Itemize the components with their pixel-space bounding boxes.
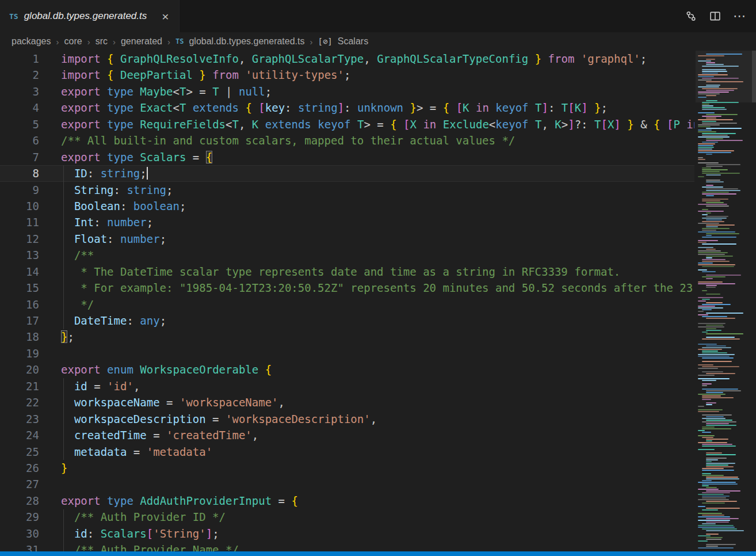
code-line-16[interactable]: 16 */ bbox=[0, 296, 694, 313]
code-text: export type Maybe<T> = T | null; bbox=[61, 83, 694, 100]
code-line-28[interactable]: 28export type AddAuthProviderInput = { bbox=[0, 493, 694, 509]
line-number[interactable]: 28 bbox=[0, 493, 39, 509]
line-number[interactable]: 12 bbox=[0, 231, 39, 247]
minimap[interactable] bbox=[696, 51, 752, 551]
code-text: } bbox=[61, 460, 694, 476]
line-number[interactable]: 30 bbox=[0, 525, 39, 542]
code-line-14[interactable]: 14 * The DateTime scalar type represents… bbox=[0, 264, 694, 280]
editor[interactable]: 1import { GraphQLResolveInfo, GraphQLSca… bbox=[0, 51, 756, 551]
line-number[interactable]: 26 bbox=[0, 460, 39, 476]
code-line-4[interactable]: 4export type Exact<T extends { [key: str… bbox=[0, 100, 694, 116]
line-number[interactable]: 5 bbox=[0, 116, 39, 132]
code-line-5[interactable]: 5export type RequireFields<T, K extends … bbox=[0, 116, 694, 132]
line-number[interactable]: 18 bbox=[0, 329, 39, 345]
line-number[interactable]: 25 bbox=[0, 444, 39, 460]
minimap-line bbox=[706, 59, 715, 60]
minimap-line bbox=[698, 159, 705, 160]
vertical-scrollbar[interactable] bbox=[752, 51, 756, 551]
minimap-line bbox=[702, 332, 708, 333]
minimap-line bbox=[706, 100, 717, 101]
code-line-9[interactable]: 9 String: string; bbox=[0, 182, 694, 198]
line-number[interactable]: 3 bbox=[0, 83, 39, 100]
code-line-2[interactable]: 2import { DeepPartial } from 'utility-ty… bbox=[0, 67, 694, 83]
code-line-23[interactable]: 23 workspaceDescription = 'workspaceDesc… bbox=[0, 411, 694, 427]
breadcrumb-item-packages[interactable]: packages bbox=[12, 36, 51, 47]
line-number[interactable]: 20 bbox=[0, 361, 39, 378]
code-line-20[interactable]: 20export enum WorkspaceOrderable { bbox=[0, 361, 694, 378]
line-number[interactable]: 16 bbox=[0, 296, 39, 313]
minimap-line bbox=[698, 354, 735, 355]
line-number[interactable]: 6 bbox=[0, 132, 39, 148]
minimap-line bbox=[706, 154, 712, 155]
line-number[interactable]: 31 bbox=[0, 542, 39, 551]
tab-global-db-types-generated[interactable]: TS global.db.types.generated.ts × bbox=[0, 0, 180, 32]
minimap-line bbox=[702, 509, 718, 511]
breadcrumb-item-generated[interactable]: generated bbox=[121, 36, 162, 47]
minimap-line bbox=[706, 454, 736, 455]
code-line-10[interactable]: 10 Boolean: boolean; bbox=[0, 198, 694, 214]
code-line-21[interactable]: 21 id = 'id', bbox=[0, 378, 694, 394]
scrollbar-thumb[interactable] bbox=[752, 51, 756, 102]
code-text: workspaceDescription = 'workspaceDescrip… bbox=[61, 411, 694, 427]
line-number[interactable]: 24 bbox=[0, 427, 39, 443]
more-actions-icon[interactable]: ⋯ bbox=[730, 6, 749, 26]
code-line-29[interactable]: 29 /** Auth Provider ID */ bbox=[0, 509, 694, 525]
breadcrumb-item-core[interactable]: core bbox=[64, 36, 82, 47]
code-line-17[interactable]: 17 DateTime: any; bbox=[0, 313, 694, 329]
code-line-27[interactable]: 27 bbox=[0, 476, 694, 492]
minimap-line bbox=[706, 440, 712, 441]
code-line-26[interactable]: 26} bbox=[0, 460, 694, 476]
code-line-30[interactable]: 30 id: Scalars['String']; bbox=[0, 525, 694, 542]
line-number[interactable]: 21 bbox=[0, 378, 39, 394]
line-number[interactable]: 17 bbox=[0, 313, 39, 329]
minimap-line bbox=[702, 497, 726, 498]
line-number[interactable]: 22 bbox=[0, 394, 39, 410]
code-line-19[interactable]: 19 bbox=[0, 345, 694, 361]
code-line-18[interactable]: 18}; bbox=[0, 329, 694, 345]
minimap-line bbox=[706, 328, 716, 329]
close-tab-icon[interactable]: × bbox=[158, 9, 172, 23]
line-number[interactable]: 14 bbox=[0, 264, 39, 280]
line-number[interactable]: 15 bbox=[0, 280, 39, 296]
compare-changes-icon[interactable] bbox=[681, 6, 701, 26]
code-line-3[interactable]: 3export type Maybe<T> = T | null; bbox=[0, 83, 694, 100]
breadcrumb-item-file[interactable]: global.db.types.generated.ts bbox=[189, 36, 304, 47]
code-line-11[interactable]: 11 Int: number; bbox=[0, 214, 694, 230]
code-line-1[interactable]: 1import { GraphQLResolveInfo, GraphQLSca… bbox=[0, 51, 694, 67]
line-number[interactable]: 10 bbox=[0, 198, 39, 214]
breadcrumb-item-src[interactable]: src bbox=[96, 36, 108, 47]
minimap-line bbox=[698, 76, 714, 77]
minimap-line bbox=[702, 105, 713, 106]
breadcrumb-item-symbol-scalars[interactable]: Scalars bbox=[338, 36, 368, 47]
split-editor-icon[interactable] bbox=[705, 6, 725, 26]
code-line-13[interactable]: 13 /** bbox=[0, 247, 694, 263]
code-line-24[interactable]: 24 createdTime = 'createdTime', bbox=[0, 427, 694, 443]
code-line-15[interactable]: 15 * For example: "1985-04-12T23:20:50.5… bbox=[0, 280, 694, 296]
code-line-12[interactable]: 12 Float: number; bbox=[0, 231, 694, 247]
line-number[interactable]: 11 bbox=[0, 214, 39, 230]
minimap-line bbox=[702, 121, 716, 122]
line-number[interactable]: 1 bbox=[0, 51, 39, 67]
code-line-22[interactable]: 22 workspaceName = 'workspaceName', bbox=[0, 394, 694, 410]
minimap-line bbox=[702, 69, 726, 70]
line-number[interactable]: 13 bbox=[0, 247, 39, 263]
line-number[interactable]: 9 bbox=[0, 182, 39, 198]
line-number[interactable]: 29 bbox=[0, 509, 39, 525]
line-number[interactable]: 7 bbox=[0, 149, 39, 165]
code-line-25[interactable]: 25 metadata = 'metadata' bbox=[0, 444, 694, 460]
code-lines[interactable]: 1import { GraphQLResolveInfo, GraphQLSca… bbox=[0, 51, 694, 551]
minimap-line bbox=[698, 148, 712, 150]
line-number[interactable]: 19 bbox=[0, 345, 39, 361]
code-line-6[interactable]: 6/** All built-in and custom scalars, ma… bbox=[0, 132, 694, 148]
minimap-line bbox=[698, 250, 721, 252]
line-number[interactable]: 2 bbox=[0, 67, 39, 83]
code-line-31[interactable]: 31 /** Auth Provider Name */ bbox=[0, 542, 694, 551]
code-line-7[interactable]: 7export type Scalars = { bbox=[0, 149, 694, 165]
line-number[interactable]: 23 bbox=[0, 411, 39, 427]
code-line-8[interactable]: 8 ID: string; bbox=[0, 165, 694, 181]
line-number[interactable]: 27 bbox=[0, 476, 39, 492]
line-number[interactable]: 8 bbox=[0, 165, 39, 181]
line-number[interactable]: 4 bbox=[0, 100, 39, 116]
minimap-line bbox=[698, 150, 734, 151]
minimap-line bbox=[702, 73, 718, 74]
